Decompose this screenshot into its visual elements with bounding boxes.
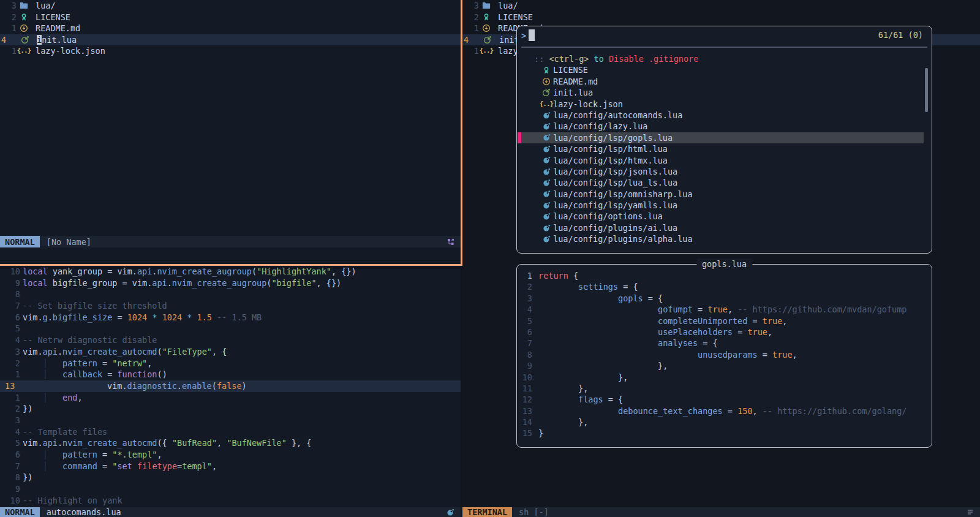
file-row[interactable]: 1 README.md bbox=[0, 23, 461, 34]
code-line[interactable]: 11 }, bbox=[517, 383, 932, 394]
code-text: }) bbox=[23, 472, 32, 483]
file-row[interactable]: 2 LICENSE bbox=[462, 12, 980, 23]
code-line[interactable]: 6 │ pattern = "*.templ", bbox=[0, 449, 461, 461]
code-text: -- Template files bbox=[23, 426, 107, 438]
code-line[interactable]: 9 local bigfile_group = vim.api.nvim_cre… bbox=[0, 277, 461, 289]
code-line[interactable]: 10 }, bbox=[517, 372, 932, 383]
picker-item[interactable]: lua/config/lsp/html.lua bbox=[517, 143, 924, 154]
code-line[interactable]: 4 -- Template files bbox=[0, 426, 461, 438]
prompt-icon: > bbox=[521, 31, 526, 40]
statusline-explorer: NORMAL [No Name] bbox=[0, 236, 461, 247]
picker-item[interactable]: lua/config/lsp/lua_ls.lua bbox=[517, 177, 924, 188]
code-line[interactable]: 8 unusedparams = true, bbox=[517, 349, 932, 360]
line-number: 11 bbox=[517, 383, 532, 394]
code-line[interactable]: 7 analyses = { bbox=[517, 338, 932, 349]
code-text: }, bbox=[538, 383, 588, 394]
code-line[interactable]: 1 │ callback = function() bbox=[0, 369, 461, 380]
picker-item[interactable]: {..} lazy-lock.json bbox=[517, 99, 924, 110]
code-text: debounce_text_changes = 150, -- https://… bbox=[538, 406, 907, 417]
code-line[interactable]: 8 }) bbox=[0, 472, 461, 483]
code-line[interactable]: 15 } bbox=[517, 428, 932, 439]
lua-green-icon bbox=[541, 88, 551, 97]
picker-item[interactable]: lua/config/plugins/alpha.lua bbox=[517, 233, 924, 244]
code-line[interactable]: 6 usePlaceholders = true, bbox=[517, 326, 932, 338]
code-text: vim.api.nvim_create_autocmd("FileType", … bbox=[23, 346, 227, 358]
readme-icon bbox=[479, 24, 494, 32]
code-line[interactable]: 5 bbox=[0, 323, 461, 334]
file-row[interactable]: 1 {..} lazy-lock.json bbox=[0, 45, 461, 57]
picker-item[interactable]: init.lua bbox=[517, 87, 924, 98]
code-line[interactable]: 12 flags = { bbox=[517, 394, 932, 405]
code-line[interactable]: 9 bbox=[0, 483, 461, 495]
folder-icon bbox=[17, 1, 31, 10]
file-row[interactable]: 3 lua/ bbox=[462, 0, 980, 12]
code-line[interactable]: 2 }) bbox=[0, 403, 461, 415]
json-icon: {..} bbox=[479, 45, 494, 57]
code-editor: 10 local yank_group = vim.api.nvim_creat… bbox=[0, 266, 461, 507]
code-text: unusedparams = true, bbox=[538, 349, 797, 360]
code-line[interactable]: 14 }, bbox=[517, 417, 932, 428]
file-path: init.lua bbox=[553, 87, 593, 98]
code-line[interactable]: 1 │ end, bbox=[0, 392, 461, 404]
code-line[interactable]: 10 -- Highlight on yank bbox=[0, 495, 461, 507]
code-text: -- Netrw diagnostic disable bbox=[23, 334, 157, 346]
code-text: │ command = "set filetype=templ", bbox=[23, 461, 217, 472]
preview-code: 1 return { 2 settings = { 3 gopls = { 4 … bbox=[517, 265, 932, 442]
code-text: } bbox=[538, 428, 543, 439]
file-row[interactable]: 4 init.lua bbox=[0, 34, 461, 46]
line-number: 13 bbox=[517, 406, 532, 417]
line-number: 3 bbox=[517, 293, 532, 304]
code-line[interactable]: 7 -- Set bigfile size threshold bbox=[0, 300, 461, 312]
picker-item[interactable]: lua/config/lsp/htmx.lua bbox=[517, 155, 924, 166]
picker-scrollbar[interactable] bbox=[925, 68, 928, 112]
picker-item[interactable]: lua/config/plugins/ai.lua bbox=[517, 222, 924, 233]
line-number: 4 bbox=[517, 304, 532, 315]
line-number: 10 bbox=[0, 495, 20, 507]
line-number: 1 bbox=[462, 45, 479, 57]
code-line[interactable]: 10 local yank_group = vim.api.nvim_creat… bbox=[0, 266, 461, 277]
code-line[interactable]: 2 settings = { bbox=[517, 281, 932, 292]
code-line[interactable]: 7 │ command = "set filetype=templ", bbox=[0, 461, 461, 472]
picker-prompt[interactable]: > 61/61 (0) bbox=[517, 26, 932, 44]
code-text: gopls = { bbox=[538, 293, 663, 304]
code-line[interactable]: 3 bbox=[0, 415, 461, 426]
code-line[interactable]: 4 -- Netrw diagnostic disable bbox=[0, 334, 461, 346]
picker-item[interactable]: lua/config/autocomands.lua bbox=[517, 110, 924, 121]
code-line[interactable]: 3 gopls = { bbox=[517, 293, 932, 304]
file-row[interactable]: 3 lua/ bbox=[0, 0, 461, 12]
picker-item[interactable]: lua/config/lazy.lua bbox=[517, 121, 924, 132]
line-number: 6 bbox=[517, 326, 532, 338]
line-number: 12 bbox=[517, 394, 532, 405]
picker-item[interactable]: lua/config/lsp/omnisharp.lua bbox=[517, 189, 924, 200]
picker-item[interactable]: LICENSE bbox=[517, 64, 924, 75]
line-number: 2 bbox=[0, 358, 20, 369]
picker-item[interactable]: lua/config/lsp/gopls.lua bbox=[517, 132, 924, 143]
code-line[interactable]: 9 }, bbox=[517, 360, 932, 371]
code-line[interactable]: 13 vim.diagnostic.enable(false) bbox=[0, 380, 461, 392]
file-path: lua/config/plugins/alpha.lua bbox=[553, 233, 693, 244]
picker-item[interactable]: lua/config/lsp/jsonls.lua bbox=[517, 166, 924, 177]
line-number: 3 bbox=[0, 415, 20, 426]
code-line[interactable]: 4 gofumpt = true, -- https://github.com/… bbox=[517, 304, 932, 315]
code-line[interactable]: 3 vim.api.nvim_create_autocmd("FileType"… bbox=[0, 346, 461, 358]
picker-item[interactable]: lua/config/options.lua bbox=[517, 211, 924, 222]
code-text: local bigfile_group = vim.api.nvim_creat… bbox=[23, 277, 341, 289]
line-number: 6 bbox=[0, 449, 20, 461]
code-line[interactable]: 8 bbox=[0, 289, 461, 300]
file-row[interactable]: 2 LICENSE bbox=[0, 12, 461, 23]
code-line[interactable]: 5 completeUnimported = true, bbox=[517, 315, 932, 326]
code-line[interactable]: 6 vim.g.bigfile_size = 1024 * 1024 * 1.5… bbox=[0, 312, 461, 323]
code-text: }) bbox=[23, 403, 32, 415]
license-icon bbox=[541, 66, 551, 75]
block-cursor: i bbox=[37, 35, 42, 45]
menu-icon bbox=[967, 508, 974, 516]
code-text: }, bbox=[538, 417, 588, 428]
picker-item[interactable]: lua/config/lsp/yamlls.lua bbox=[517, 200, 924, 211]
code-line[interactable]: 5 vim.api.nvim_create_autocmd({ "BufRead… bbox=[0, 437, 461, 449]
code-line[interactable]: 1 return { bbox=[517, 270, 932, 281]
line-number: 2 bbox=[462, 12, 479, 23]
code-line[interactable]: 2 │ pattern = "netrw", bbox=[0, 358, 461, 369]
license-icon bbox=[17, 13, 31, 21]
picker-item[interactable]: README.md bbox=[517, 76, 924, 87]
code-line[interactable]: 13 debounce_text_changes = 150, -- https… bbox=[517, 406, 932, 417]
